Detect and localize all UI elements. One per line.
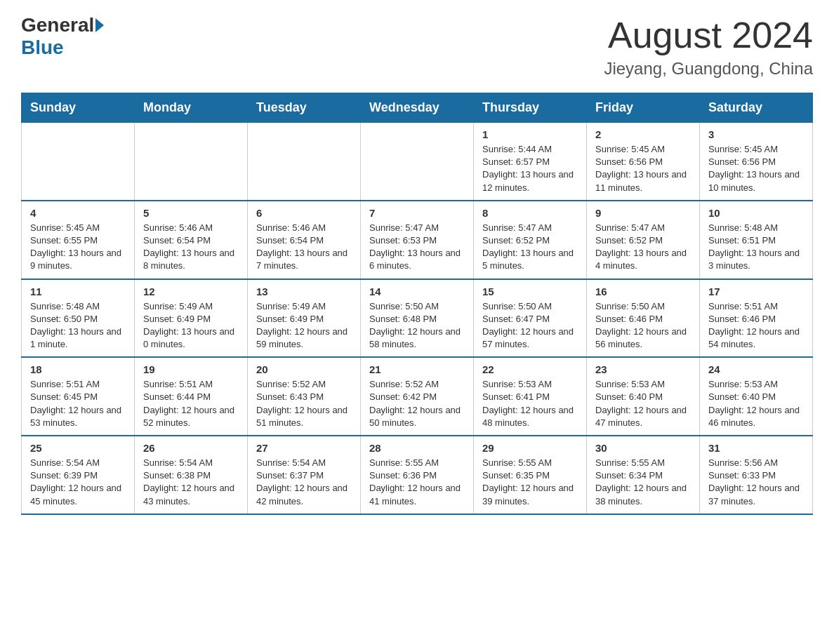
day-info: Sunrise: 5:47 AM Sunset: 6:52 PM Dayligh… <box>595 222 691 273</box>
day-info: Sunrise: 5:54 AM Sunset: 6:38 PM Dayligh… <box>143 457 239 508</box>
table-row: 23Sunrise: 5:53 AM Sunset: 6:40 PM Dayli… <box>587 357 700 436</box>
day-number: 22 <box>482 363 578 375</box>
calendar-header-row: Sunday Monday Tuesday Wednesday Thursday… <box>22 93 813 123</box>
day-info: Sunrise: 5:52 AM Sunset: 6:43 PM Dayligh… <box>256 378 352 429</box>
table-row <box>22 123 135 201</box>
day-info: Sunrise: 5:51 AM Sunset: 6:44 PM Dayligh… <box>143 378 239 429</box>
table-row: 21Sunrise: 5:52 AM Sunset: 6:42 PM Dayli… <box>361 357 474 436</box>
day-info: Sunrise: 5:46 AM Sunset: 6:54 PM Dayligh… <box>143 222 239 273</box>
page-header: General Blue August 2024 Jieyang, Guangd… <box>21 14 813 79</box>
day-info: Sunrise: 5:45 AM Sunset: 6:56 PM Dayligh… <box>595 143 691 194</box>
table-row: 12Sunrise: 5:49 AM Sunset: 6:49 PM Dayli… <box>135 279 248 358</box>
day-number: 29 <box>482 442 578 454</box>
table-row: 15Sunrise: 5:50 AM Sunset: 6:47 PM Dayli… <box>474 279 587 358</box>
day-number: 21 <box>369 363 465 375</box>
table-row: 7Sunrise: 5:47 AM Sunset: 6:53 PM Daylig… <box>361 201 474 279</box>
day-info: Sunrise: 5:53 AM Sunset: 6:41 PM Dayligh… <box>482 378 578 429</box>
calendar-week-5: 25Sunrise: 5:54 AM Sunset: 6:39 PM Dayli… <box>22 436 813 514</box>
logo-blue-text: Blue <box>21 36 64 59</box>
logo-general-text: General <box>21 14 94 36</box>
table-row <box>361 123 474 201</box>
calendar-week-2: 4Sunrise: 5:45 AM Sunset: 6:55 PM Daylig… <box>22 201 813 279</box>
day-number: 1 <box>482 128 578 140</box>
table-row: 2Sunrise: 5:45 AM Sunset: 6:56 PM Daylig… <box>587 123 700 201</box>
day-info: Sunrise: 5:51 AM Sunset: 6:46 PM Dayligh… <box>708 300 804 351</box>
table-row: 14Sunrise: 5:50 AM Sunset: 6:48 PM Dayli… <box>361 279 474 358</box>
day-info: Sunrise: 5:48 AM Sunset: 6:50 PM Dayligh… <box>30 300 126 351</box>
day-number: 24 <box>708 363 804 375</box>
logo-arrow-icon <box>95 18 104 32</box>
table-row: 13Sunrise: 5:49 AM Sunset: 6:49 PM Dayli… <box>248 279 361 358</box>
day-info: Sunrise: 5:50 AM Sunset: 6:47 PM Dayligh… <box>482 300 578 351</box>
table-row: 22Sunrise: 5:53 AM Sunset: 6:41 PM Dayli… <box>474 357 587 436</box>
table-row: 31Sunrise: 5:56 AM Sunset: 6:33 PM Dayli… <box>700 436 813 514</box>
col-tuesday: Tuesday <box>248 93 361 123</box>
calendar-week-3: 11Sunrise: 5:48 AM Sunset: 6:50 PM Dayli… <box>22 279 813 358</box>
day-info: Sunrise: 5:55 AM Sunset: 6:34 PM Dayligh… <box>595 457 691 508</box>
calendar-week-1: 1Sunrise: 5:44 AM Sunset: 6:57 PM Daylig… <box>22 123 813 201</box>
col-saturday: Saturday <box>700 93 813 123</box>
day-info: Sunrise: 5:47 AM Sunset: 6:52 PM Dayligh… <box>482 222 578 273</box>
day-info: Sunrise: 5:49 AM Sunset: 6:49 PM Dayligh… <box>256 300 352 351</box>
day-number: 11 <box>30 286 126 297</box>
day-number: 16 <box>595 286 691 297</box>
day-number: 2 <box>595 128 691 140</box>
table-row: 4Sunrise: 5:45 AM Sunset: 6:55 PM Daylig… <box>22 201 135 279</box>
day-info: Sunrise: 5:51 AM Sunset: 6:45 PM Dayligh… <box>30 378 126 429</box>
table-row: 24Sunrise: 5:53 AM Sunset: 6:40 PM Dayli… <box>700 357 813 436</box>
day-info: Sunrise: 5:45 AM Sunset: 6:55 PM Dayligh… <box>30 222 126 273</box>
table-row: 1Sunrise: 5:44 AM Sunset: 6:57 PM Daylig… <box>474 123 587 201</box>
table-row: 18Sunrise: 5:51 AM Sunset: 6:45 PM Dayli… <box>22 357 135 436</box>
day-number: 15 <box>482 286 578 297</box>
logo: General Blue <box>21 14 105 59</box>
col-friday: Friday <box>587 93 700 123</box>
day-number: 9 <box>595 207 691 219</box>
day-number: 31 <box>708 442 804 454</box>
day-number: 26 <box>143 442 239 454</box>
day-number: 5 <box>143 207 239 219</box>
day-info: Sunrise: 5:56 AM Sunset: 6:33 PM Dayligh… <box>708 457 804 508</box>
day-info: Sunrise: 5:45 AM Sunset: 6:56 PM Dayligh… <box>708 143 804 194</box>
day-number: 4 <box>30 207 126 219</box>
day-info: Sunrise: 5:54 AM Sunset: 6:37 PM Dayligh… <box>256 457 352 508</box>
day-number: 19 <box>143 363 239 375</box>
page-subtitle: Jieyang, Guangdong, China <box>604 59 813 79</box>
day-info: Sunrise: 5:52 AM Sunset: 6:42 PM Dayligh… <box>369 378 465 429</box>
day-info: Sunrise: 5:50 AM Sunset: 6:48 PM Dayligh… <box>369 300 465 351</box>
table-row: 25Sunrise: 5:54 AM Sunset: 6:39 PM Dayli… <box>22 436 135 514</box>
table-row: 16Sunrise: 5:50 AM Sunset: 6:46 PM Dayli… <box>587 279 700 358</box>
col-wednesday: Wednesday <box>361 93 474 123</box>
day-number: 7 <box>369 207 465 219</box>
day-info: Sunrise: 5:54 AM Sunset: 6:39 PM Dayligh… <box>30 457 126 508</box>
day-info: Sunrise: 5:53 AM Sunset: 6:40 PM Dayligh… <box>708 378 804 429</box>
table-row <box>248 123 361 201</box>
calendar-table: Sunday Monday Tuesday Wednesday Thursday… <box>21 93 813 515</box>
table-row: 28Sunrise: 5:55 AM Sunset: 6:36 PM Dayli… <box>361 436 474 514</box>
col-sunday: Sunday <box>22 93 135 123</box>
page-title: August 2024 <box>604 14 813 56</box>
table-row: 27Sunrise: 5:54 AM Sunset: 6:37 PM Dayli… <box>248 436 361 514</box>
day-number: 27 <box>256 442 352 454</box>
day-info: Sunrise: 5:55 AM Sunset: 6:35 PM Dayligh… <box>482 457 578 508</box>
table-row: 11Sunrise: 5:48 AM Sunset: 6:50 PM Dayli… <box>22 279 135 358</box>
day-info: Sunrise: 5:49 AM Sunset: 6:49 PM Dayligh… <box>143 300 239 351</box>
day-number: 13 <box>256 286 352 297</box>
table-row <box>135 123 248 201</box>
day-number: 6 <box>256 207 352 219</box>
day-number: 28 <box>369 442 465 454</box>
table-row: 29Sunrise: 5:55 AM Sunset: 6:35 PM Dayli… <box>474 436 587 514</box>
day-number: 14 <box>369 286 465 297</box>
table-row: 5Sunrise: 5:46 AM Sunset: 6:54 PM Daylig… <box>135 201 248 279</box>
table-row: 20Sunrise: 5:52 AM Sunset: 6:43 PM Dayli… <box>248 357 361 436</box>
table-row: 8Sunrise: 5:47 AM Sunset: 6:52 PM Daylig… <box>474 201 587 279</box>
day-info: Sunrise: 5:55 AM Sunset: 6:36 PM Dayligh… <box>369 457 465 508</box>
day-info: Sunrise: 5:50 AM Sunset: 6:46 PM Dayligh… <box>595 300 691 351</box>
day-number: 30 <box>595 442 691 454</box>
day-number: 18 <box>30 363 126 375</box>
table-row: 6Sunrise: 5:46 AM Sunset: 6:54 PM Daylig… <box>248 201 361 279</box>
col-thursday: Thursday <box>474 93 587 123</box>
day-number: 12 <box>143 286 239 297</box>
table-row: 19Sunrise: 5:51 AM Sunset: 6:44 PM Dayli… <box>135 357 248 436</box>
col-monday: Monday <box>135 93 248 123</box>
day-number: 23 <box>595 363 691 375</box>
